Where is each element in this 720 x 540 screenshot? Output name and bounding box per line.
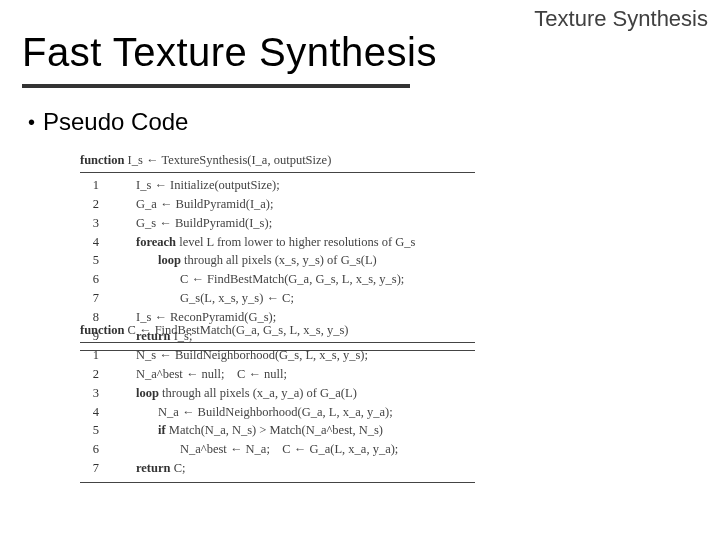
header-topright: Texture Synthesis (534, 6, 708, 32)
slide: Texture Synthesis Fast Texture Synthesis… (0, 0, 720, 540)
algo1-line-number: 6 (80, 270, 113, 289)
algo1-line-content: I_s ← Initialize(outputSize); (113, 176, 475, 195)
algo1-row: 5loop through all pixels (x_s, y_s) of G… (80, 251, 475, 270)
algo2-row: 2N_a^best ← null; C ← null; (80, 365, 475, 384)
algo1-line-content: C ← FindBestMatch(G_a, G_s, L, x_s, y_s)… (113, 270, 475, 289)
algo1-kw: function (80, 153, 124, 167)
algo2-row: 4N_a ← BuildNeighborhood(G_a, L, x_a, y_… (80, 403, 475, 422)
algo2-line-number: 1 (80, 346, 113, 365)
bullet-pseudo-code: •Pseudo Code (28, 108, 188, 136)
algo2-line-content: N_a^best ← N_a; C ← G_a(L, x_a, y_a); (113, 440, 475, 459)
algo2-kw: function (80, 323, 124, 337)
algo2-code-table: 1N_s ← BuildNeighborhood(G_s, L, x_s, y_… (80, 346, 475, 478)
algo2-sig-rest: C ← FindBestMatch(G_a, G_s, L, x_s, y_s) (124, 323, 348, 337)
algo2-row: 7return C; (80, 459, 475, 478)
algo1-line-content: loop through all pixels (x_s, y_s) of G_… (113, 251, 475, 270)
algo2-line-content: return C; (113, 459, 475, 478)
algo2-line-content: N_a ← BuildNeighborhood(G_a, L, x_a, y_a… (113, 403, 475, 422)
algo1-row: 4foreach level L from lower to higher re… (80, 233, 475, 252)
algo1-line-content: G_s(L, x_s, y_s) ← C; (113, 289, 475, 308)
algo2-bottom-rule (80, 482, 475, 483)
algo1-row: 3G_s ← BuildPyramid(I_s); (80, 214, 475, 233)
algo1-row: 2G_a ← BuildPyramid(I_a); (80, 195, 475, 214)
algo2-row: 3loop through all pixels (x_a, y_a) of G… (80, 384, 475, 403)
bullet-text: Pseudo Code (43, 108, 188, 135)
title-underline (22, 84, 410, 88)
bullet-dot-icon: • (28, 112, 35, 132)
algo2-row: 5if Match(N_a, N_s) > Match(N_a^best, N_… (80, 421, 475, 440)
algo2-line-content: loop through all pixels (x_a, y_a) of G_… (113, 384, 475, 403)
algo1-line-number: 3 (80, 214, 113, 233)
algo2-line-content: if Match(N_a, N_s) > Match(N_a^best, N_s… (113, 421, 475, 440)
algo1-line-number: 4 (80, 233, 113, 252)
algo2-line-number: 4 (80, 403, 113, 422)
algo2-row: 1N_s ← BuildNeighborhood(G_s, L, x_s, y_… (80, 346, 475, 365)
algo1-sig-rest: I_s ← TextureSynthesis(I_a, outputSize) (124, 153, 331, 167)
algo2-line-content: N_a^best ← null; C ← null; (113, 365, 475, 384)
algorithm-block-2: function C ← FindBestMatch(G_a, G_s, L, … (80, 320, 475, 483)
algo1-line-content: foreach level L from lower to higher res… (113, 233, 475, 252)
algo1-line-number: 5 (80, 251, 113, 270)
algo2-row: 6N_a^best ← N_a; C ← G_a(L, x_a, y_a); (80, 440, 475, 459)
algo1-row: 6C ← FindBestMatch(G_a, G_s, L, x_s, y_s… (80, 270, 475, 289)
algo2-line-number: 7 (80, 459, 113, 478)
algo2-line-number: 6 (80, 440, 113, 459)
algo1-line-content: G_a ← BuildPyramid(I_a); (113, 195, 475, 214)
algo1-row: 1I_s ← Initialize(outputSize); (80, 176, 475, 195)
algo1-signature: function I_s ← TextureSynthesis(I_a, out… (80, 150, 475, 173)
algo1-line-content: G_s ← BuildPyramid(I_s); (113, 214, 475, 233)
algo2-signature: function C ← FindBestMatch(G_a, G_s, L, … (80, 320, 475, 343)
algo2-line-number: 3 (80, 384, 113, 403)
algo1-line-number: 2 (80, 195, 113, 214)
algo2-line-number: 2 (80, 365, 113, 384)
algo1-line-number: 1 (80, 176, 113, 195)
algo1-row: 7G_s(L, x_s, y_s) ← C; (80, 289, 475, 308)
algo1-line-number: 7 (80, 289, 113, 308)
slide-title: Fast Texture Synthesis (22, 30, 437, 75)
algo2-line-content: N_s ← BuildNeighborhood(G_s, L, x_s, y_s… (113, 346, 475, 365)
algo2-line-number: 5 (80, 421, 113, 440)
